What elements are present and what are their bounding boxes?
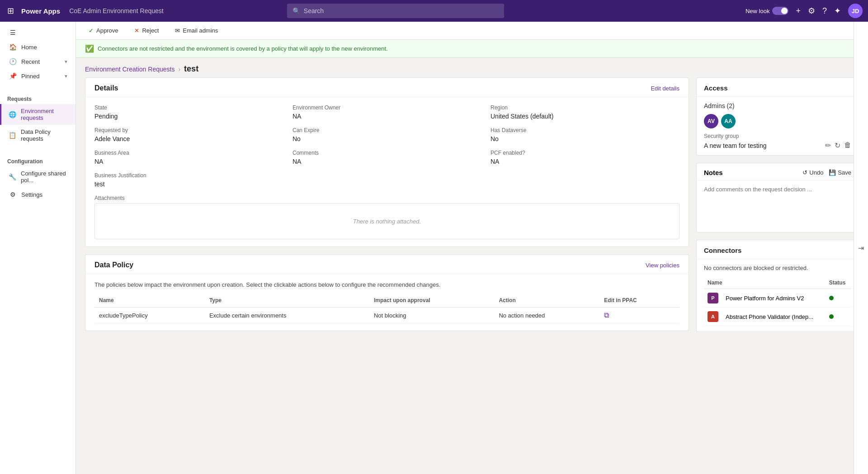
home-icon: 🏠 bbox=[9, 43, 17, 51]
settings-sidebar-icon: ⚙ bbox=[9, 191, 17, 198]
connectors-body: No connectors are blocked or restricted.… bbox=[697, 259, 859, 332]
toolbar: ✓ Approve ✕ Reject ✉ Email admins bbox=[76, 22, 868, 40]
col-action: Action bbox=[494, 294, 599, 308]
access-card: Access Admins (2) AV AA Security group A… bbox=[696, 77, 859, 156]
policy-description: The policies below impact the environmen… bbox=[94, 281, 679, 288]
admins-count: Admins (2) bbox=[704, 102, 735, 109]
policy-impact: Not blocking bbox=[369, 308, 494, 323]
detail-requested-by: Requested by Adele Vance bbox=[94, 127, 283, 142]
policy-row: excludeTypePolicy Exclude certain enviro… bbox=[94, 308, 679, 323]
attachments-empty-message: There is nothing attached. bbox=[353, 218, 421, 225]
sg-edit-icon[interactable]: ✏ bbox=[825, 141, 831, 150]
notes-card: Notes ↺ Undo 💾 Save bbox=[696, 163, 859, 232]
detail-can-expire: Can Expire No bbox=[292, 127, 481, 142]
data-policy-icon: 📋 bbox=[9, 132, 16, 139]
detail-pcf-enabled: PCF enabled? NA bbox=[491, 150, 679, 165]
admins-row: Admins (2) bbox=[704, 102, 851, 109]
connector-abstract-name: Abstract Phone Validator (Indep... bbox=[722, 308, 826, 326]
admin-avatar-av[interactable]: AV bbox=[704, 114, 718, 128]
help-icon[interactable]: ? bbox=[822, 6, 827, 16]
data-policy-header: Data Policy View policies bbox=[85, 255, 689, 274]
notes-save-button[interactable]: 💾 Save bbox=[829, 169, 851, 176]
copilot-icon[interactable]: ✦ bbox=[834, 6, 841, 16]
detail-state: State Pending bbox=[94, 104, 283, 120]
configure-icon: 🔧 bbox=[9, 173, 16, 180]
details-body: State Pending Environment Owner NA Regio… bbox=[85, 97, 689, 246]
admin-avatar-aa[interactable]: AA bbox=[721, 114, 736, 128]
requests-group-label: Requests bbox=[0, 90, 75, 104]
connector-row-abstract: A Abstract Phone Validator (Indep... bbox=[704, 308, 851, 326]
save-icon: 💾 bbox=[829, 169, 836, 176]
sidebar-item-home[interactable]: 🏠 Home bbox=[0, 40, 75, 54]
notes-textarea[interactable] bbox=[697, 180, 859, 230]
right-panel: Access Admins (2) AV AA Security group A… bbox=[696, 77, 859, 465]
user-avatar[interactable]: JD bbox=[848, 4, 863, 18]
col-impact: Impact upon approval bbox=[369, 294, 494, 308]
policy-action: No action needed bbox=[494, 308, 599, 323]
search-icon: 🔍 bbox=[292, 7, 300, 14]
connectors-card: Connectors No connectors are blocked or … bbox=[696, 240, 859, 332]
approve-check-icon: ✓ bbox=[89, 27, 94, 34]
undo-icon: ↺ bbox=[802, 169, 807, 176]
details-card-header: Details Edit details bbox=[85, 78, 689, 97]
detail-business-area: Business Area NA bbox=[94, 150, 283, 165]
hamburger-icon: ☰ bbox=[9, 29, 17, 36]
search-input[interactable] bbox=[304, 7, 499, 14]
notes-undo-button[interactable]: ↺ Undo bbox=[802, 169, 823, 176]
connector-abstract-icon: A bbox=[708, 311, 718, 322]
recent-icon: 🕐 bbox=[9, 58, 17, 65]
connector-pp-icon: P bbox=[708, 293, 718, 303]
reject-button[interactable]: ✕ Reject bbox=[131, 25, 162, 36]
configuration-group-label: Configuration bbox=[0, 153, 75, 166]
alert-check-icon: ✅ bbox=[85, 44, 94, 53]
email-admins-button[interactable]: ✉ Email admins bbox=[171, 25, 222, 36]
edit-details-link[interactable]: Edit details bbox=[651, 85, 679, 92]
alert-message: Connectors are not restricted and the en… bbox=[98, 45, 388, 52]
sidebar-item-configure-shared-policies[interactable]: 🔧 Configure shared pol... bbox=[0, 166, 75, 187]
new-look-label: New look bbox=[745, 8, 769, 14]
app-breadcrumb: CoE Admin Environment Request bbox=[69, 7, 164, 14]
app-name: Power Apps bbox=[21, 7, 60, 15]
reject-x-icon: ✕ bbox=[134, 27, 139, 34]
sg-refresh-icon[interactable]: ↻ bbox=[835, 141, 840, 150]
security-group-section: Security group A new team for testing ✏ … bbox=[704, 133, 851, 150]
connectors-status: No connectors are blocked or restricted. bbox=[704, 265, 851, 271]
attachments-box: There is nothing attached. bbox=[94, 203, 679, 239]
grid-menu-icon[interactable]: ⊞ bbox=[5, 4, 16, 18]
sidebar-item-recent[interactable]: 🕐 Recent ▼ bbox=[0, 54, 75, 69]
sg-delete-icon[interactable]: 🗑 bbox=[844, 141, 851, 150]
breadcrumb-parent-link[interactable]: Environment Creation Requests bbox=[85, 66, 175, 73]
detail-has-dataverse: Has Dataverse No bbox=[491, 127, 679, 142]
email-icon: ✉ bbox=[175, 27, 180, 34]
policy-type: Exclude certain environments bbox=[205, 308, 369, 323]
connector-abstract-status-dot bbox=[829, 314, 834, 319]
detail-business-justification: Business Justification test bbox=[94, 172, 679, 188]
connector-pp-name: Power Platform for Admins V2 bbox=[722, 289, 826, 308]
security-group-name: A new team for testing bbox=[704, 142, 767, 149]
security-group-row: A new team for testing ✏ ↻ 🗑 bbox=[704, 141, 851, 150]
view-policies-link[interactable]: View policies bbox=[646, 262, 679, 269]
details-card: Details Edit details State Pending Envir… bbox=[85, 77, 689, 247]
policy-edit-button[interactable]: ⧉ bbox=[604, 311, 609, 319]
sidebar: ☰ 🏠 Home 🕐 Recent ▼ 📌 Pinned ▼ Requests … bbox=[0, 22, 76, 474]
security-group-actions: ✏ ↻ 🗑 bbox=[825, 141, 851, 150]
sidebar-item-data-policy-requests[interactable]: 📋 Data Policy requests bbox=[0, 125, 75, 146]
sidebar-item-environment-requests[interactable]: 🌐 Environment requests bbox=[0, 104, 75, 125]
sidebar-item-settings[interactable]: ⚙ Settings bbox=[0, 187, 75, 202]
breadcrumb: Environment Creation Requests › test bbox=[76, 58, 868, 77]
sidebar-hamburger[interactable]: ☰ bbox=[0, 25, 75, 40]
top-navigation: ⊞ Power Apps CoE Admin Environment Reque… bbox=[0, 0, 868, 22]
settings-icon[interactable]: ⚙ bbox=[808, 6, 815, 16]
security-group-label: Security group bbox=[704, 133, 851, 139]
environment-requests-icon: 🌐 bbox=[9, 111, 16, 118]
sidebar-item-pinned[interactable]: 📌 Pinned ▼ bbox=[0, 69, 75, 83]
alert-bar: ✅ Connectors are not restricted and the … bbox=[76, 40, 868, 58]
approve-button[interactable]: ✓ Approve bbox=[85, 25, 122, 36]
new-look-toggle[interactable]: New look bbox=[745, 7, 788, 15]
policy-name: excludeTypePolicy bbox=[94, 308, 205, 323]
access-body: Admins (2) AV AA Security group A new te… bbox=[697, 97, 859, 155]
toggle-track[interactable] bbox=[772, 7, 788, 15]
right-panel-toggle-icon[interactable]: ⇥ bbox=[858, 244, 864, 252]
add-icon[interactable]: + bbox=[796, 6, 801, 16]
details-title: Details bbox=[94, 84, 118, 92]
